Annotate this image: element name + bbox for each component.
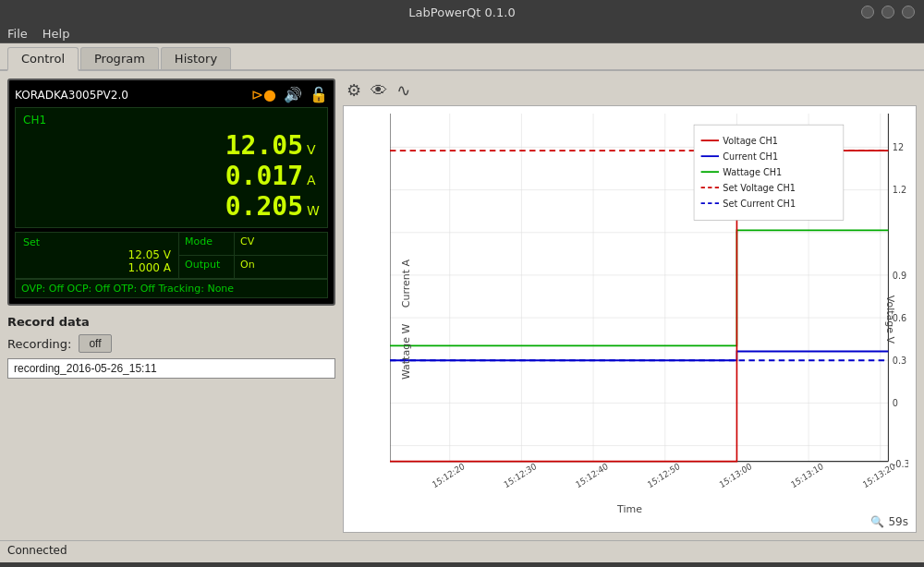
svg-text:Wattage CH1: Wattage CH1 [723, 165, 782, 177]
mode-output-col: Mode CV Output On [179, 233, 327, 278]
zoom-value: 59s [888, 515, 908, 528]
svg-text:Set Voltage CH1: Set Voltage CH1 [723, 181, 796, 193]
main-content: KORADKA3005PV2.0 ⊳● 🔊 🔓 CH1 12.05 V 0.01… [0, 71, 924, 540]
protection-text: OVP: Off OCP: Off OTP: Off Tracking: Non… [21, 283, 234, 295]
close-button[interactable] [902, 6, 915, 18]
voltage-unit: V [307, 142, 320, 157]
output-key: Output [179, 256, 235, 278]
menubar: File Help [0, 25, 924, 43]
output-val: On [235, 256, 261, 278]
chart-container: Wattage W Current A Voltage V Time [343, 105, 917, 533]
right-panel: ⚙ 👁 ∿ Wattage W Current A Voltage V Time [343, 78, 917, 533]
mode-row: Mode CV [179, 233, 327, 256]
connect-icon[interactable]: ⊳● [251, 86, 276, 103]
mode-key: Mode [179, 233, 235, 255]
tab-control[interactable]: Control [7, 47, 79, 71]
tab-history[interactable]: History [161, 47, 231, 69]
recording-row: Recording: off [7, 334, 335, 353]
mode-val: CV [235, 233, 260, 255]
titlebar: LabPowerQt 0.1.0 [0, 0, 924, 25]
svg-text:12: 12 [893, 141, 904, 153]
chart-zoom-info: 🔍 59s [870, 515, 908, 528]
recording-toggle-button[interactable]: off [79, 334, 111, 353]
app-title: LabPowerQt 0.1.0 [408, 6, 515, 19]
protection-bar: OVP: Off OCP: Off OTP: Off Tracking: Non… [15, 279, 328, 298]
statusbar: Connected [0, 540, 924, 562]
device-panel: KORADKA3005PV2.0 ⊳● 🔊 🔓 CH1 12.05 V 0.01… [7, 78, 335, 306]
ch-display: CH1 12.05 V 0.017 A 0.205 W [15, 107, 328, 228]
sound-icon[interactable]: 🔊 [284, 86, 302, 103]
svg-text:Set Current CH1: Set Current CH1 [723, 197, 796, 209]
tab-program[interactable]: Program [80, 47, 159, 69]
y-left-label: Wattage W Current A [400, 259, 412, 379]
current-value: 0.017 [225, 161, 303, 191]
menu-file[interactable]: File [7, 27, 28, 41]
output-row: Output On [179, 256, 327, 278]
minimize-button[interactable] [861, 6, 874, 18]
y-right-label: Voltage V [883, 295, 895, 343]
current-unit: A [307, 173, 320, 187]
recording-label: Recording: [7, 337, 71, 351]
set-current-val: 1.000 A [23, 261, 171, 274]
chart-svg: 0.5 0.4 0.3 0.2 0.1 0 -0.1 -0.2 -0.3 12 … [390, 114, 908, 495]
device-name: KORADKA3005PV2.0 [15, 89, 128, 102]
tab-bar: Control Program History [0, 43, 924, 71]
wattage-row: 0.205 W [23, 191, 320, 222]
left-panel: KORADKA3005PV2.0 ⊳● 🔊 🔓 CH1 12.05 V 0.01… [7, 78, 335, 533]
filename-input[interactable] [7, 358, 335, 379]
maximize-button[interactable] [881, 6, 894, 18]
svg-text:1.2: 1.2 [893, 184, 906, 196]
voltage-row: 12.05 V [23, 130, 320, 161]
eye-icon[interactable]: 👁 [371, 80, 387, 100]
lock-icon[interactable]: 🔓 [310, 86, 328, 103]
svg-text:Voltage CH1: Voltage CH1 [723, 134, 778, 146]
ch-label: CH1 [23, 114, 320, 127]
zoom-icon[interactable]: 🔍 [870, 515, 884, 528]
status-text: Connected [7, 544, 67, 557]
wattage-value: 0.205 [225, 191, 303, 222]
menu-help[interactable]: Help [43, 27, 70, 41]
wave-icon[interactable]: ∿ [396, 80, 410, 100]
set-col: Set 12.05 V 1.000 A [16, 233, 179, 278]
svg-text:0: 0 [893, 396, 898, 408]
set-mode-panel: Set 12.05 V 1.000 A Mode CV Output On [15, 232, 328, 279]
record-title: Record data [7, 315, 335, 329]
device-header: KORADKA3005PV2.0 ⊳● 🔊 🔓 [15, 86, 328, 103]
voltage-value: 12.05 [225, 130, 303, 161]
svg-text:0.9: 0.9 [893, 269, 906, 281]
wattage-unit: W [307, 203, 320, 218]
svg-text:0.3: 0.3 [893, 354, 906, 366]
record-section: Record data Recording: off [7, 311, 335, 382]
x-label: Time [617, 503, 642, 515]
device-icons: ⊳● 🔊 🔓 [251, 86, 328, 103]
window-controls [861, 6, 915, 18]
set-voltage-val: 12.05 V [23, 248, 171, 261]
chart-toolbar: ⚙ 👁 ∿ [343, 78, 917, 102]
set-label: Set [23, 236, 171, 248]
svg-text:Current CH1: Current CH1 [723, 150, 778, 162]
current-row: 0.017 A [23, 161, 320, 191]
settings-icon[interactable]: ⚙ [346, 80, 361, 100]
